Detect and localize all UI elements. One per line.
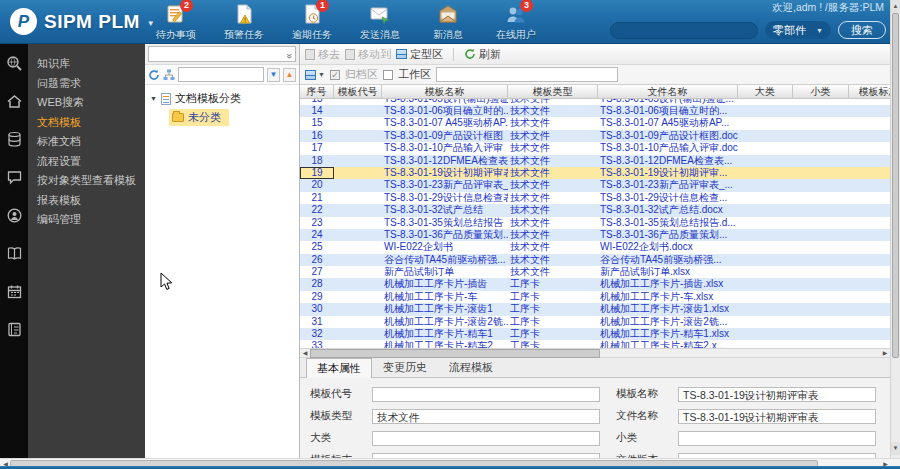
table-cell-name: TS-8.3-01-35策划总结报告 <box>382 217 508 229</box>
table-row[interactable]: 15TS-8.3-01-07 A45驱动桥AP...技术文件TS-8.3-01-… <box>300 117 890 129</box>
app-logo[interactable]: P SIPM PLM ▼ <box>10 8 155 35</box>
list-filter-input[interactable] <box>436 67 618 82</box>
tab-basic-properties[interactable]: 基本属性 <box>306 358 372 378</box>
scroll-thumb[interactable] <box>310 349 600 358</box>
search-button[interactable]: 搜索 <box>838 21 886 39</box>
table-row[interactable]: 32机械加工工序卡片-精车1工序卡机械加工工序卡片-精车1.xlsx <box>300 328 890 340</box>
work-area-checkbox[interactable] <box>383 70 393 80</box>
nav-item-overdue-tasks[interactable]: 1 逾期任务 <box>286 3 338 42</box>
field-input-file-name[interactable]: TS-8.3-01-19设计初期评审表 <box>678 409 876 424</box>
column-header-type[interactable]: 模板类型 <box>508 85 598 98</box>
scroll-right-icon[interactable]: ▶ <box>880 349 890 358</box>
calendar-icon[interactable] <box>0 272 28 310</box>
web-search-icon[interactable] <box>0 44 28 82</box>
expand-down-button[interactable]: ▼ <box>267 68 280 82</box>
vertical-scrollbar[interactable]: ▲ ▼ <box>890 0 900 458</box>
global-search-input[interactable] <box>610 22 758 39</box>
table-row[interactable]: 27新产品试制订单技术文件新产品试制订单.xlsx <box>300 266 890 278</box>
scroll-up-icon[interactable]: ▲ <box>891 0 900 13</box>
tree-root-node[interactable]: ▼ 文档模板分类 <box>145 90 299 107</box>
vertical-scroll-thumb[interactable] <box>892 13 899 358</box>
table-row[interactable]: 20TS-8.3-01-23新产品评审表_...技术文件TS-8.3-01-23… <box>300 179 890 191</box>
column-header-file[interactable]: 文件名称 <box>598 85 738 98</box>
scroll-left-icon[interactable]: ◀ <box>300 349 310 358</box>
table-row[interactable]: 25WI-E022企划书技术文件WI-E022企划书.docx <box>300 241 890 253</box>
column-header-name[interactable]: 模板名称 <box>382 85 508 98</box>
table-row[interactable]: 17TS-8.3-01-10产品输入评审技术文件TS-8.3-01-10产品输入… <box>300 142 890 154</box>
table-horizontal-scrollbar[interactable]: ◀ ▶ <box>300 348 890 358</box>
table-row[interactable]: 24TS-8.3-01-36产品质量策划...技术文件TS-8.3-01-36产… <box>300 229 890 241</box>
grid-view-selector[interactable]: ▼ <box>305 70 325 80</box>
nav-item-send-message[interactable]: 发送消息 <box>354 3 406 42</box>
table-cell-seq: 25 <box>300 241 334 253</box>
table-row[interactable]: 33机械加工工序卡片-精车2工序卡机械加工工序卡片-精车2.x... <box>300 340 890 348</box>
nav-badge: 2 <box>180 0 193 12</box>
tree-caret-icon[interactable]: ▼ <box>150 95 157 102</box>
field-input-template-code[interactable] <box>372 387 600 402</box>
table-row[interactable]: 18TS-8.3-01-12DFMEA检查表技术文件TS-8.3-01-12DF… <box>300 155 890 167</box>
table-row[interactable]: 31机械加工工序卡片-滚齿2铣...工序卡机械加工工序卡片-滚齿2铣... <box>300 316 890 328</box>
table-cell-seq: 15 <box>300 117 334 129</box>
table-row[interactable]: 14TS-8.3-01-06项目确立时的...技术文件TS-8.3-01-06项… <box>300 105 890 117</box>
tree-node-unclassified[interactable]: 未分类 <box>169 109 229 126</box>
scroll-down-icon[interactable]: ▼ <box>891 442 900 455</box>
sidebar-item-web-search[interactable]: WEB搜索 <box>28 93 145 113</box>
tab-change-history[interactable]: 变更历史 <box>372 357 438 377</box>
table-row[interactable]: 29机械加工工序卡片-车工序卡机械加工工序卡片-车.xlsx <box>300 291 890 303</box>
book-icon[interactable] <box>0 234 28 272</box>
field-input-category[interactable] <box>372 431 600 446</box>
table-row[interactable]: 22TS-8.3-01-32试产总结技术文件TS-8.3-01-32试产总结.d… <box>300 204 890 216</box>
table-row[interactable]: 21TS-8.3-01-29设计信息检查表技术文件TS-8.3-01-29设计信… <box>300 192 890 204</box>
move-to-button[interactable]: 移动到 <box>345 47 391 62</box>
sidebar-item-doc-template[interactable]: 文档模板 <box>28 113 145 133</box>
tab-process-template[interactable]: 流程模板 <box>438 357 504 377</box>
search-category-select[interactable]: 零部件 ▼ <box>765 21 831 39</box>
sidebar-item-templates-by-object-type[interactable]: 按对象类型查看模板 <box>28 171 145 191</box>
table-row[interactable]: 16TS-8.3-01-09产品设计框图技术文件TS-8.3-01-09产品设计… <box>300 130 890 142</box>
sidebar-item-issue-request[interactable]: 问题需求 <box>28 74 145 94</box>
archive-area-checkbox[interactable] <box>330 70 340 80</box>
sidebar-item-report-template[interactable]: 报表模板 <box>28 191 145 211</box>
field-input-subcategory[interactable] <box>678 431 876 446</box>
nav-item-new-message[interactable]: 新消息 <box>422 3 474 42</box>
typing-area-button[interactable]: 定型区 <box>396 47 443 62</box>
collapse-up-button[interactable]: ▲ <box>283 68 296 82</box>
sidebar-item-process-settings[interactable]: 流程设置 <box>28 152 145 172</box>
table-row[interactable]: 30机械加工工序卡片-滚齿1工序卡机械加工工序卡片-滚齿1.xlsx <box>300 303 890 315</box>
chat-icon[interactable] <box>0 158 28 196</box>
nav-item-todo[interactable]: 2 待办事项 <box>150 3 202 42</box>
table-cell-type: 技术文件 <box>508 130 598 142</box>
nav-item-online-users[interactable]: 3 在线用户 <box>490 3 542 42</box>
refresh-button[interactable]: 刷新 <box>464 47 501 62</box>
tree-structure-icon[interactable] <box>163 69 175 81</box>
dictionary-icon[interactable] <box>0 310 28 348</box>
table-cell-subcat <box>793 105 849 117</box>
sidebar-item-code-management[interactable]: 编码管理 <box>28 210 145 230</box>
table-header: 序号 模板代号 模板名称 模板类型 文件名称 大类 小类 模板标志 <box>300 85 890 99</box>
column-header-flag[interactable]: 模板标志 <box>849 85 890 98</box>
tree-panel: » ▼ ▲ ▼ 文档模板分类 未分类 <box>145 44 300 458</box>
column-header-seq[interactable]: 序号 <box>300 85 334 98</box>
sidebar-item-knowledge-base[interactable]: 知识库 <box>28 54 145 74</box>
column-header-subcategory[interactable]: 小类 <box>793 85 849 98</box>
table-row[interactable]: 26谷合传动TA45前驱动桥强...技术文件谷合传动TA45前驱动桥强... <box>300 254 890 266</box>
column-header-code[interactable]: 模板代号 <box>334 85 382 98</box>
remove-button[interactable]: 移去 <box>305 47 340 62</box>
tree-filter-input[interactable] <box>178 67 264 82</box>
nav-item-warning-tasks[interactable]: 预警任务 <box>218 3 270 42</box>
column-header-category[interactable]: 大类 <box>738 85 793 98</box>
table-row[interactable]: 23TS-8.3-01-35策划总结报告技术文件TS-8.3-01-35策划总结… <box>300 217 890 229</box>
field-input-template-type[interactable]: 技术文件 <box>372 409 600 424</box>
field-input-template-name[interactable]: TS-8.3-01-19设计初期评审表 <box>678 387 876 402</box>
tree-view-combobox[interactable]: » <box>148 46 296 62</box>
table-row[interactable]: 19TS-8.3-01-19设计初期评审表技术文件TS-8.3-01-19设计初… <box>300 167 890 179</box>
home-icon[interactable] <box>0 82 28 120</box>
table-cell-code <box>334 266 382 278</box>
database-icon[interactable] <box>0 120 28 158</box>
remove-label: 移去 <box>318 47 340 62</box>
table-row[interactable]: 28机械加工工序卡片-插齿工序卡机械加工工序卡片-插齿.xlsx <box>300 278 890 290</box>
tree-refresh-icon[interactable] <box>148 69 160 81</box>
sidebar-item-standard-doc[interactable]: 标准文档 <box>28 132 145 152</box>
user-circle-icon[interactable] <box>0 196 28 234</box>
template-table: 序号 模板代号 模板名称 模板类型 文件名称 大类 小类 模板标志 13TS-8… <box>300 85 890 348</box>
